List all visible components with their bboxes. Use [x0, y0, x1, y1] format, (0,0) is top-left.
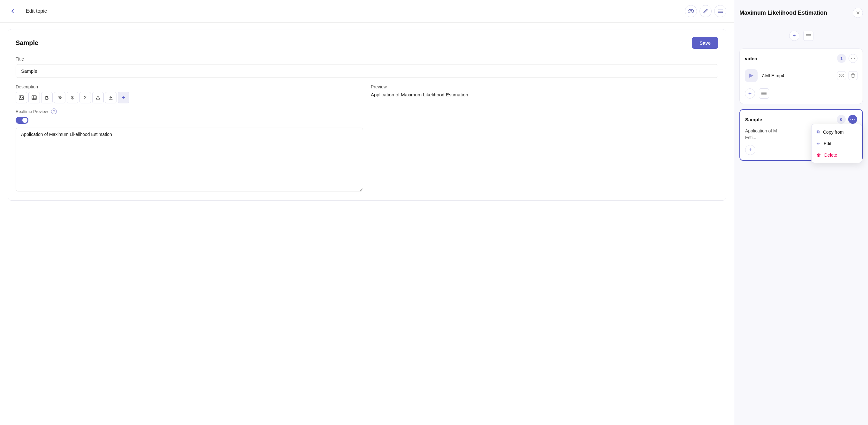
video-section-name: video [745, 56, 757, 61]
top-add-button[interactable]: + [789, 31, 799, 41]
sample-section-card: Sample 0 ··· Application of MEsti... + ⧉… [739, 109, 863, 161]
context-dropdown-menu: ⧉ Copy from ✏ Edit 🗑 Delete [811, 124, 862, 163]
left-panel: Edit topic [0, 0, 734, 425]
video-badge: 1 [837, 54, 846, 63]
dropdown-edit-label: Edit [824, 141, 831, 146]
description-textarea[interactable]: Application of Maximum Likelihood Estima… [16, 128, 363, 191]
description-label: Description [16, 84, 363, 89]
realtime-row: Realtime Preview ? [16, 109, 363, 114]
preview-label: Preview [371, 84, 718, 89]
realtime-label: Realtime Preview [16, 109, 48, 114]
dropdown-edit[interactable]: ✏ Edit [811, 138, 862, 149]
top-bar: Edit topic [0, 0, 734, 23]
edit-button[interactable] [700, 5, 712, 17]
toolbar-plus-btn[interactable]: + [118, 92, 129, 103]
sample-menu-button[interactable]: ··· [848, 115, 857, 124]
video-file-item: 7.MLE.mp4 [745, 67, 858, 85]
svg-rect-5 [19, 96, 24, 99]
video-section-card: video 1 ··· 7.MLE.mp4 [739, 49, 863, 104]
video-menu-button[interactable]: ··· [848, 54, 858, 63]
svg-point-0 [688, 9, 694, 13]
video-file-actions [837, 71, 858, 80]
dropdown-delete[interactable]: 🗑 Delete [811, 149, 862, 161]
video-section-actions: 1 ··· [837, 54, 858, 63]
description-group: Description [16, 84, 363, 193]
sample-section-name: Sample [745, 117, 762, 122]
page-title: Edit topic [26, 8, 681, 14]
right-header: Maximum Likelihood Estimation ✕ [739, 5, 863, 23]
right-panel: Maximum Likelihood Estimation ✕ + video … [734, 0, 868, 425]
video-file-name: 7.MLE.mp4 [762, 73, 833, 78]
video-list-button[interactable] [759, 88, 769, 99]
save-button[interactable]: Save [692, 37, 718, 49]
form-card: Sample Save Title Description [8, 29, 726, 201]
toolbar-bold-btn[interactable]: B [41, 92, 53, 103]
right-panel-title: Maximum Likelihood Estimation [739, 9, 827, 16]
toolbar-share-btn[interactable] [92, 92, 104, 103]
svg-point-17 [839, 74, 844, 77]
preview-text: Application of Maximum Likelihood Estima… [371, 92, 718, 97]
toolbar-dollar-btn[interactable]: $ [67, 92, 78, 103]
dropdown-copy-from-label: Copy from [823, 129, 844, 135]
toolbar-download-btn[interactable] [105, 92, 117, 103]
video-preview-btn[interactable] [837, 71, 846, 80]
close-panel-button[interactable]: ✕ [853, 8, 863, 18]
svg-point-1 [690, 10, 692, 12]
list-button[interactable] [714, 5, 726, 17]
delete-icon: 🗑 [817, 153, 821, 158]
divider [22, 7, 22, 15]
title-label: Title [16, 57, 718, 62]
toolbar-table-btn[interactable] [28, 92, 40, 103]
card-title: Sample [16, 39, 38, 47]
video-add-button[interactable]: + [745, 88, 755, 99]
help-icon[interactable]: ? [51, 109, 57, 114]
eye-button[interactable] [685, 5, 697, 17]
card-header: Sample Save [16, 37, 718, 49]
toolbar-image-btn[interactable] [16, 92, 27, 103]
edit-icon: ✏ [817, 141, 820, 146]
top-bar-actions [685, 5, 726, 17]
realtime-toggle[interactable] [16, 117, 28, 124]
video-section-row: video 1 ··· [745, 54, 858, 63]
back-button[interactable] [8, 6, 18, 16]
top-list-button[interactable] [803, 31, 813, 41]
description-toolbar: B $ Σ [16, 92, 363, 103]
toolbar-link-btn[interactable] [54, 92, 65, 103]
top-add-row: + [739, 28, 863, 43]
copy-from-icon: ⧉ [817, 129, 820, 135]
video-section-footer: + [745, 88, 858, 99]
dropdown-copy-from[interactable]: ⧉ Copy from [811, 126, 862, 138]
svg-point-18 [841, 75, 842, 77]
sample-add-button[interactable]: + [745, 145, 755, 155]
video-file-icon [745, 69, 757, 82]
title-field-group: Title [16, 57, 718, 78]
video-delete-btn[interactable] [848, 71, 858, 80]
sample-badge: 0 [837, 115, 846, 124]
preview-group: Preview Application of Maximum Likelihoo… [371, 84, 718, 193]
dropdown-delete-label: Delete [824, 153, 837, 158]
toolbar-sigma-btn[interactable]: Σ [80, 92, 91, 103]
desc-preview-row: Description [16, 84, 718, 193]
sample-section-row: Sample 0 ··· [745, 115, 857, 124]
main-content: Sample Save Title Description [0, 23, 734, 425]
title-input[interactable] [16, 64, 718, 78]
sample-section-actions: 0 ··· [837, 115, 857, 124]
svg-rect-7 [32, 96, 36, 99]
